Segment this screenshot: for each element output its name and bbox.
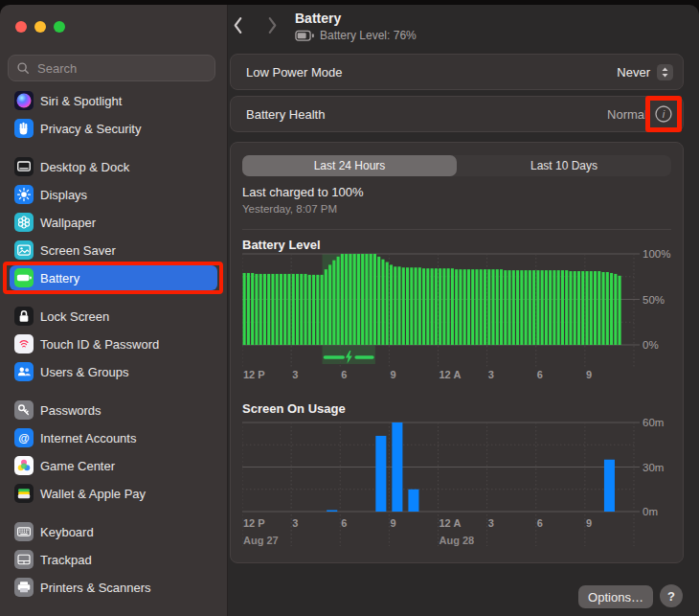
options-button[interactable]: Options… (578, 585, 653, 608)
sidebar-item-label: Touch ID & Password (40, 337, 159, 352)
svg-text:3: 3 (488, 517, 494, 529)
sidebar-item-wallet-and-apple-pay[interactable]: Wallet & Apple Pay (10, 481, 217, 506)
sidebar-group: KeyboardTrackpadPrinters & Scanners (0, 519, 227, 600)
battery-health-info-icon[interactable]: i (654, 104, 673, 124)
last-charged-subtitle: Yesterday, 8:07 PM (242, 203, 337, 215)
tab-last-10-days[interactable]: Last 10 Days (457, 155, 671, 176)
search-field[interactable] (8, 55, 215, 81)
sidebar-item-battery[interactable]: Battery (10, 265, 217, 290)
battery-health-label: Battery Health (246, 107, 325, 122)
time-range-tabs: Last 24 HoursLast 10 Days (242, 155, 671, 176)
battery-icon (14, 268, 34, 287)
svg-text:12 P: 12 P (243, 369, 265, 380)
help-button[interactable]: ? (660, 584, 683, 607)
minimize-button[interactable] (34, 21, 46, 33)
search-input[interactable] (35, 60, 207, 77)
svg-text:i: i (663, 108, 665, 120)
svg-text:50%: 50% (643, 294, 665, 306)
svg-text:3: 3 (292, 517, 298, 529)
svg-text:0m: 0m (643, 506, 658, 517)
sidebar-item-label: Users & Groups (40, 365, 128, 379)
sidebar-item-keyboard[interactable]: Keyboard (10, 519, 217, 544)
close-button[interactable] (15, 21, 27, 33)
battery-three-quarters-icon (295, 30, 315, 42)
svg-text:6: 6 (537, 517, 543, 529)
svg-text:100%: 100% (643, 250, 670, 260)
tab-last-24-hours[interactable]: Last 24 Hours (242, 155, 457, 176)
svg-text:60m: 60m (643, 419, 664, 428)
sidebar-item-printers-and-scanners[interactable]: Printers & Scanners (10, 575, 217, 600)
divider (242, 229, 671, 230)
traffic-lights (15, 21, 65, 33)
svg-text:12 A: 12 A (440, 517, 462, 529)
keyboard-icon (14, 522, 34, 541)
users-groups-icon (14, 362, 34, 381)
sidebar-item-label: Passwords (40, 403, 101, 418)
passwords-key-icon (14, 400, 34, 420)
sidebar-item-users-and-groups[interactable]: Users & Groups (10, 359, 217, 384)
last-charged-title: Last charged to 100% (242, 185, 363, 199)
at-sign-icon: @ (14, 428, 34, 447)
battery-pane: Battery Battery Level: 76% Low Power Mod… (228, 5, 699, 616)
svg-text:12 A: 12 A (440, 369, 462, 380)
displays-sun-icon (14, 185, 34, 204)
sidebar-group: Passwords@Internet AccountsGame CenterWa… (0, 398, 227, 506)
forward-button[interactable] (262, 16, 282, 35)
back-button[interactable] (228, 16, 247, 35)
sidebar-item-desktop-and-dock[interactable]: Desktop & Dock (10, 154, 217, 179)
sidebar-list: Siri & SpotlightPrivacy & SecurityDeskto… (0, 88, 227, 613)
svg-text:6: 6 (341, 369, 347, 380)
low-power-mode-popup[interactable]: Never (617, 64, 673, 80)
game-center-icon (14, 456, 34, 475)
low-power-mode-row: Low Power Mode Never (230, 54, 684, 90)
svg-text:6: 6 (537, 369, 543, 380)
sidebar-item-screen-saver[interactable]: Screen Saver (10, 238, 217, 262)
svg-text:9: 9 (390, 369, 395, 380)
zoom-button[interactable] (54, 21, 65, 33)
sidebar-item-touch-id-and-password[interactable]: Touch ID & Password (10, 331, 217, 356)
screen-on-usage-chart-title: Screen On Usage (242, 401, 346, 416)
sidebar: Siri & SpotlightPrivacy & SecurityDeskto… (0, 5, 228, 616)
svg-text:9: 9 (586, 369, 592, 380)
sidebar-group: Lock ScreenTouch ID & PasswordUsers & Gr… (0, 304, 227, 384)
svg-text:3: 3 (488, 369, 494, 380)
svg-text:3: 3 (292, 369, 298, 380)
sidebar-item-label: Desktop & Dock (40, 160, 129, 174)
sidebar-item-game-center[interactable]: Game Center (10, 453, 217, 478)
sidebar-item-label: Printers & Scanners (40, 581, 151, 595)
sidebar-item-label: Siri & Spotlight (40, 94, 122, 108)
battery-level-text: Battery Level: 76% (320, 29, 417, 42)
sidebar-item-label: Displays (40, 188, 87, 202)
sidebar-item-label: Keyboard (40, 525, 94, 539)
low-power-mode-value: Never (617, 65, 650, 80)
sidebar-group: Desktop & DockDisplaysWallpaperScreen Sa… (0, 154, 227, 290)
svg-text:30m: 30m (643, 462, 664, 473)
sidebar-item-passwords[interactable]: Passwords (10, 398, 217, 422)
sidebar-item-label: Internet Accounts (40, 431, 136, 445)
sidebar-item-trackpad[interactable]: Trackpad (10, 547, 217, 572)
battery-level-chart: 100%50%0%12 P36912 A369 (242, 250, 675, 384)
sidebar-item-label: Battery (40, 271, 79, 285)
sidebar-item-siri-and-spotlight[interactable]: Siri & Spotlight (10, 88, 217, 113)
siri-icon (14, 91, 34, 110)
sidebar-item-label: Wallpaper (40, 216, 96, 230)
chevron-left-icon (233, 16, 243, 38)
sidebar-item-lock-screen[interactable]: Lock Screen (10, 304, 217, 329)
screen-on-usage-chart: 60m30m0m12 P36912 A369Aug 27Aug 28 (242, 419, 675, 553)
chevron-right-icon (267, 16, 278, 38)
svg-text:9: 9 (390, 517, 395, 529)
usage-panel: Last 24 HoursLast 10 Days Last charged t… (230, 142, 684, 563)
svg-text:Aug 28: Aug 28 (440, 535, 475, 546)
wallpaper-flower-icon (14, 213, 34, 232)
sidebar-item-displays[interactable]: Displays (10, 182, 217, 207)
sidebar-item-label: Game Center (40, 459, 115, 473)
system-settings-window: Siri & SpotlightPrivacy & SecurityDeskto… (0, 5, 699, 616)
screen-saver-icon (14, 240, 34, 260)
sidebar-item-label: Privacy & Security (40, 122, 141, 136)
sidebar-item-wallpaper[interactable]: Wallpaper (10, 210, 217, 235)
privacy-hand-icon (14, 119, 34, 138)
battery-health-row: Battery Health Normal i (230, 96, 684, 132)
sidebar-item-privacy-and-security[interactable]: Privacy & Security (10, 116, 217, 141)
svg-text:6: 6 (341, 517, 347, 529)
sidebar-item-internet-accounts[interactable]: @Internet Accounts (10, 425, 217, 450)
